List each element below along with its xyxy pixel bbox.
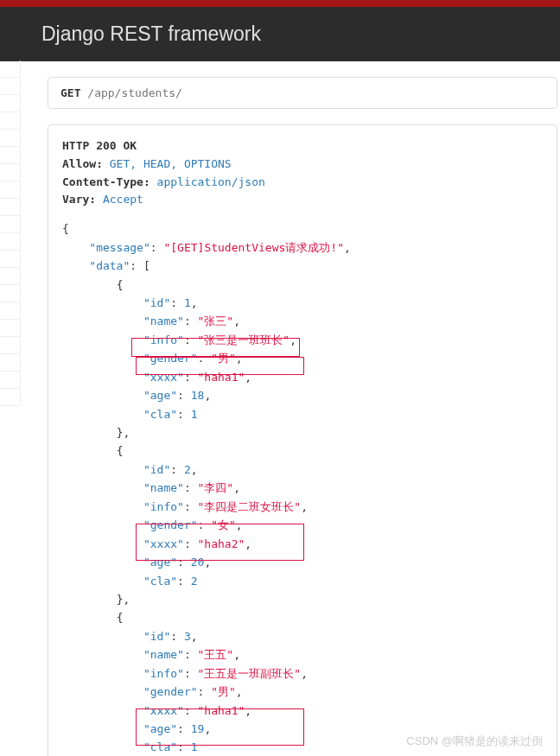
json-key: "gender"	[143, 685, 198, 698]
json-key: "id"	[143, 296, 170, 309]
vary-val: Accept	[103, 193, 143, 206]
json-key: "xxxx"	[143, 704, 184, 717]
json-key: "data"	[89, 259, 130, 272]
request-bar: GET /app/students/	[48, 78, 557, 108]
response-panel: HTTP 200 OK Allow: GET, HEAD, OPTIONS Co…	[48, 124, 557, 756]
json-number: 1	[184, 296, 191, 309]
json-key: "cla"	[143, 575, 177, 588]
json-key: "xxxx"	[143, 537, 184, 550]
json-string: "haha2"	[198, 537, 245, 550]
vary-key: Vary:	[62, 193, 96, 206]
json-string: "[GET]StudentViews请求成功!"	[163, 241, 344, 254]
watermark: CSDN @啊猪是的读来过倒	[406, 734, 543, 749]
json-key: "cla"	[143, 740, 177, 753]
top-accent-bar	[0, 0, 560, 7]
json-number: 3	[184, 630, 191, 643]
json-number: 20	[191, 556, 205, 569]
request-panel: GET /app/students/	[48, 77, 557, 109]
json-number: 2	[191, 575, 198, 588]
json-key: "id"	[143, 630, 170, 643]
json-key: "age"	[143, 389, 177, 402]
json-number: 2	[184, 463, 191, 476]
json-key: "id"	[143, 463, 170, 476]
navbar: Django REST framework	[0, 7, 560, 61]
json-string: "haha1"	[198, 371, 245, 384]
json-key: "message"	[89, 241, 150, 254]
json-string: "张三是一班班长"	[198, 334, 290, 346]
json-number: 19	[191, 722, 205, 735]
json-key: "age"	[143, 556, 177, 569]
request-path: /app/students/	[87, 86, 182, 99]
ctype-val: application/json	[157, 175, 265, 188]
json-string: "haha1"	[198, 704, 245, 717]
json-string: "王五是一班副班长"	[198, 667, 302, 680]
json-string: "男"	[211, 685, 236, 698]
json-key: "name"	[143, 314, 184, 327]
json-key: "xxxx"	[143, 371, 184, 384]
response-headers: HTTP 200 OK Allow: GET, HEAD, OPTIONS Co…	[62, 137, 543, 209]
json-key: "gender"	[143, 518, 198, 531]
json-string: "李四"	[198, 481, 234, 494]
json-string: "女"	[211, 518, 236, 531]
json-string: "王五"	[198, 648, 234, 661]
json-key: "name"	[143, 648, 184, 661]
json-number: 1	[191, 408, 198, 421]
json-key: "info"	[143, 667, 184, 680]
allow-val: GET, HEAD, OPTIONS	[110, 157, 232, 170]
http-method: GET	[60, 86, 80, 99]
json-string: "李四是二班女班长"	[198, 500, 302, 513]
json-string: "张三"	[198, 314, 234, 327]
json-key: "gender"	[143, 352, 198, 365]
ctype-key: Content-Type:	[62, 175, 150, 188]
response-body: { "message": "[GET]StudentViews请求成功!", "…	[62, 219, 543, 756]
json-key: "age"	[143, 722, 177, 735]
json-string: "男"	[211, 352, 236, 365]
json-number: 18	[191, 389, 205, 402]
allow-key: Allow:	[62, 157, 103, 170]
json-number: 1	[191, 740, 198, 753]
json-key: "cla"	[143, 408, 177, 421]
json-key: "name"	[143, 481, 184, 494]
status-line: HTTP 200 OK	[62, 137, 543, 156]
json-key: "info"	[143, 334, 184, 346]
navbar-title[interactable]: Django REST framework	[41, 22, 261, 45]
json-key: "info"	[143, 500, 184, 513]
content-area: GET /app/students/ HTTP 200 OK Allow: GE…	[0, 61, 560, 756]
